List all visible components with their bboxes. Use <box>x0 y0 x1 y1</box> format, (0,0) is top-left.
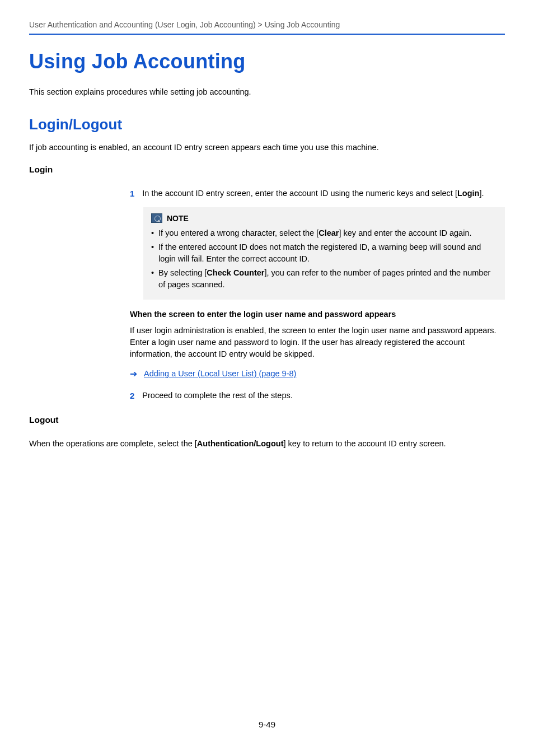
note-header: NOTE <box>151 213 497 224</box>
sub-heading: When the screen to enter the login user … <box>130 309 505 320</box>
note-bullet-2: • If the entered account ID does not mat… <box>151 241 497 265</box>
step1-text-b: Login <box>457 189 479 198</box>
bullet-dot: • <box>151 241 154 265</box>
step1-text-c: ]. <box>479 189 484 198</box>
logout-b: Authentication/Logout <box>197 439 284 448</box>
bullet-dot: • <box>151 267 154 291</box>
arrow-right-icon: ➔ <box>130 370 137 379</box>
logout-heading: Logout <box>29 414 505 426</box>
section-title-h2: Login/Logout <box>29 114 505 136</box>
n1c: ] key and enter the account ID again. <box>339 228 472 237</box>
breadcrumb: User Authentication and Accounting (User… <box>29 19 505 34</box>
login-heading: Login <box>29 164 505 176</box>
step-body: Proceed to complete the rest of the step… <box>142 390 505 402</box>
note-icon <box>151 213 162 223</box>
header-divider <box>29 34 505 35</box>
n3a: By selecting [ <box>158 268 207 277</box>
n1a: If you entered a wrong character, select… <box>158 228 318 237</box>
intro-paragraph: This section explains procedures while s… <box>29 86 505 98</box>
n1b: Clear <box>318 228 339 237</box>
n3b: Check Counter <box>207 268 264 277</box>
note-box: NOTE • If you entered a wrong character,… <box>143 207 505 300</box>
step-1: 1 In the account ID entry screen, enter … <box>130 188 505 199</box>
cross-reference-link[interactable]: ➔ Adding a User (Local User List) (page … <box>130 368 505 380</box>
section-intro: If job accounting is enabled, an account… <box>29 142 505 153</box>
step1-text-a: In the account ID entry screen, enter th… <box>142 189 457 198</box>
bullet-dot: • <box>151 227 154 239</box>
step-number: 2 <box>130 390 134 402</box>
logout-paragraph: When the operations are complete, select… <box>29 438 505 450</box>
bullet-text: By selecting [Check Counter], you can re… <box>158 267 497 291</box>
note-bullet-3: • By selecting [Check Counter], you can … <box>151 267 497 291</box>
bullet-text: If the entered account ID does not match… <box>158 241 497 265</box>
note-label: NOTE <box>167 213 189 224</box>
bullet-text: If you entered a wrong character, select… <box>158 227 471 239</box>
logout-c: ] key to return to the account ID entry … <box>283 439 446 448</box>
step-body: In the account ID entry screen, enter th… <box>142 188 505 199</box>
link-text: Adding a User (Local User List) (page 9-… <box>144 368 296 380</box>
step-2: 2 Proceed to complete the rest of the st… <box>130 390 505 402</box>
sub-paragraph: If user login administration is enabled,… <box>130 325 505 360</box>
logout-a: When the operations are complete, select… <box>29 439 197 448</box>
step-number: 1 <box>130 188 134 199</box>
page-title-h1: Using Job Accounting <box>29 47 505 76</box>
page-number: 9-49 <box>29 718 505 731</box>
note-bullet-1: • If you entered a wrong character, sele… <box>151 227 497 239</box>
